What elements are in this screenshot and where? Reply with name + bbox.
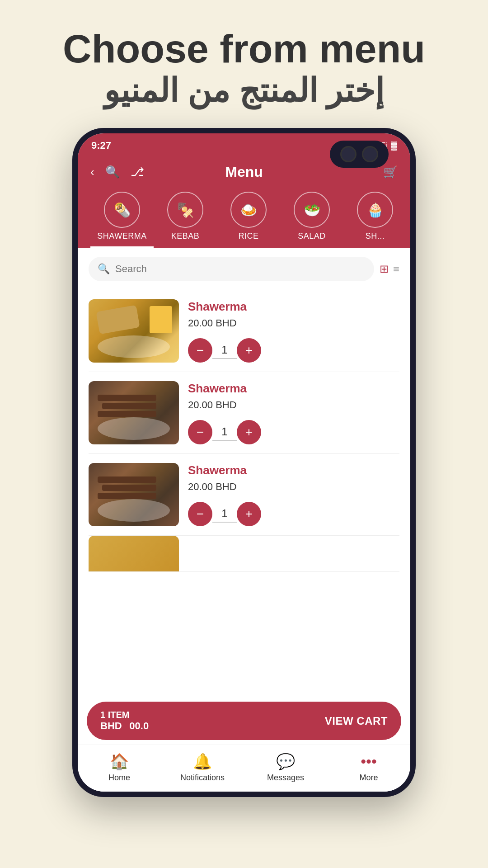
item-name-3: Shawerma: [188, 463, 399, 477]
item-price-1: 20.00 BHD: [188, 317, 399, 329]
list-view-button[interactable]: ≡: [393, 263, 399, 275]
qty-value-3: 1: [212, 505, 237, 523]
category-tabs: 🌯 SHAWERMA 🍢 KEBAB 🍛 RICE 🥗 SALAD 🧁: [90, 188, 398, 248]
category-tab-salad[interactable]: 🥗 SALAD: [280, 188, 343, 248]
item-image-2: [89, 381, 179, 444]
grid-view-button[interactable]: ⊞: [380, 263, 389, 275]
decrease-qty-1[interactable]: −: [188, 338, 212, 363]
kebab-label: KEBAB: [171, 231, 200, 241]
notifications-icon: 🔔: [193, 752, 212, 770]
meat-decoration: [98, 395, 165, 422]
nav-item-more[interactable]: ••• More: [342, 753, 396, 783]
category-tab-rice[interactable]: 🍛 RICE: [217, 188, 280, 248]
cart-items-count: 1 ITEM: [100, 710, 149, 720]
nav-item-notifications[interactable]: 🔔 Notifications: [175, 752, 230, 783]
item-image-3: [89, 463, 179, 526]
shawerma-label: SHAWERMA: [97, 231, 146, 241]
bottom-nav: 🏠 Home 🔔 Notifications 💬 Messages ••• Mo…: [78, 745, 410, 792]
item-price-2: 20.00 BHD: [188, 399, 399, 411]
wrap-decoration: [96, 305, 140, 335]
search-icon: 🔍: [98, 263, 110, 275]
battery-icon: ▓: [391, 141, 397, 151]
item-image-1: [89, 299, 179, 363]
more-icon: •••: [361, 753, 377, 770]
page-header: Choose from menu إختر المنتج من المنيو: [45, 0, 443, 128]
qty-value-1: 1: [212, 342, 237, 359]
decrease-qty-2[interactable]: −: [188, 420, 212, 444]
increase-qty-3[interactable]: +: [237, 502, 261, 526]
item-name-1: Shawerma: [188, 300, 399, 314]
plate-decoration: [98, 335, 170, 358]
nav-item-messages[interactable]: 💬 Messages: [258, 752, 313, 783]
content-area: 🔍 ⊞ ≡ Shawerma: [78, 248, 410, 745]
search-input[interactable]: [115, 263, 365, 275]
item-info-2: Shawerma 20.00 BHD − 1 +: [188, 382, 399, 444]
item-price-3: 20.00 BHD: [188, 481, 399, 493]
quantity-control-2: − 1 +: [188, 420, 399, 444]
cart-bar[interactable]: 1 ITEM BHD 00.0 VIEW CART: [87, 702, 401, 740]
extra-icon-circle: 🧁: [357, 192, 393, 228]
nav-messages-label: Messages: [267, 773, 304, 783]
phone-screen: 9:27 ▂▄▆ WiFi ▓ ‹ 🔍 ⎇ Menu 🛒 🌯: [78, 133, 410, 792]
nav-more-label: More: [359, 773, 378, 783]
view-cart-button[interactable]: VIEW CART: [325, 715, 388, 727]
camera-bump: [330, 141, 389, 168]
item-name-2: Shawerma: [188, 382, 399, 396]
item-info-1: Shawerma 20.00 BHD − 1 +: [188, 300, 399, 363]
header-title: Menu: [225, 164, 263, 180]
nav-notifications-label: Notifications: [180, 773, 225, 783]
camera-lens-2: [362, 146, 378, 162]
extra-label: SH...: [366, 231, 385, 241]
status-time: 9:27: [91, 140, 111, 151]
rice-icon-circle: 🍛: [230, 192, 267, 228]
header-nav-left: ‹ 🔍 ⎇: [90, 165, 144, 179]
increase-qty-1[interactable]: +: [237, 338, 261, 363]
camera-lens-1: [340, 146, 357, 162]
page-title-english: Choose from menu: [63, 27, 425, 71]
search-container: 🔍 ⊞ ≡: [78, 248, 410, 290]
search-bar[interactable]: 🔍: [89, 257, 374, 281]
increase-qty-2[interactable]: +: [237, 420, 261, 444]
nav-item-home[interactable]: 🏠 Home: [92, 752, 146, 783]
item-info-3: Shawerma 20.00 BHD − 1 +: [188, 463, 399, 526]
meat-decoration: [98, 476, 165, 504]
fries-decoration: [150, 306, 172, 333]
filter-button[interactable]: ⎇: [131, 165, 144, 179]
search-button[interactable]: 🔍: [105, 165, 120, 179]
back-button[interactable]: ‹: [90, 165, 94, 179]
app-header: ‹ 🔍 ⎇ Menu 🛒 🌯 SHAWERMA 🍢 KEBAB 🍛: [78, 158, 410, 248]
cart-info: 1 ITEM BHD 00.0: [100, 710, 149, 732]
cart-price-label: BHD: [100, 720, 122, 731]
salad-icon-circle: 🥗: [294, 192, 330, 228]
home-icon: 🏠: [110, 752, 129, 770]
partial-menu-item: [89, 536, 399, 572]
menu-items-list: Shawerma 20.00 BHD − 1 +: [78, 290, 410, 702]
category-tab-extra[interactable]: 🧁 SH...: [343, 188, 398, 248]
category-tab-shawerma[interactable]: 🌯 SHAWERMA: [90, 188, 154, 248]
menu-item: Shawerma 20.00 BHD − 1 +: [89, 290, 399, 372]
kebab-icon-circle: 🍢: [167, 192, 203, 228]
cart-icon[interactable]: 🛒: [383, 165, 398, 179]
qty-value-2: 1: [212, 424, 237, 441]
shawerma-icon-circle: 🌯: [104, 192, 140, 228]
category-tab-kebab[interactable]: 🍢 KEBAB: [154, 188, 217, 248]
decrease-qty-3[interactable]: −: [188, 502, 212, 526]
cart-price: BHD 00.0: [100, 720, 149, 732]
quantity-control-3: − 1 +: [188, 502, 399, 526]
menu-item: Shawerma 20.00 BHD − 1 +: [89, 372, 399, 454]
nav-home-label: Home: [108, 773, 130, 783]
view-toggle: ⊞ ≡: [380, 263, 399, 275]
partial-item-image: [89, 536, 179, 572]
cart-price-value: 00.0: [129, 720, 149, 731]
page-title-arabic: إختر المنتج من المنيو: [63, 71, 425, 110]
messages-icon: 💬: [276, 752, 295, 770]
quantity-control-1: − 1 +: [188, 338, 399, 363]
salad-label: SALAD: [298, 231, 326, 241]
rice-label: RICE: [238, 231, 258, 241]
menu-item: Shawerma 20.00 BHD − 1 +: [89, 454, 399, 536]
phone-mockup: 9:27 ▂▄▆ WiFi ▓ ‹ 🔍 ⎇ Menu 🛒 🌯: [72, 128, 416, 797]
